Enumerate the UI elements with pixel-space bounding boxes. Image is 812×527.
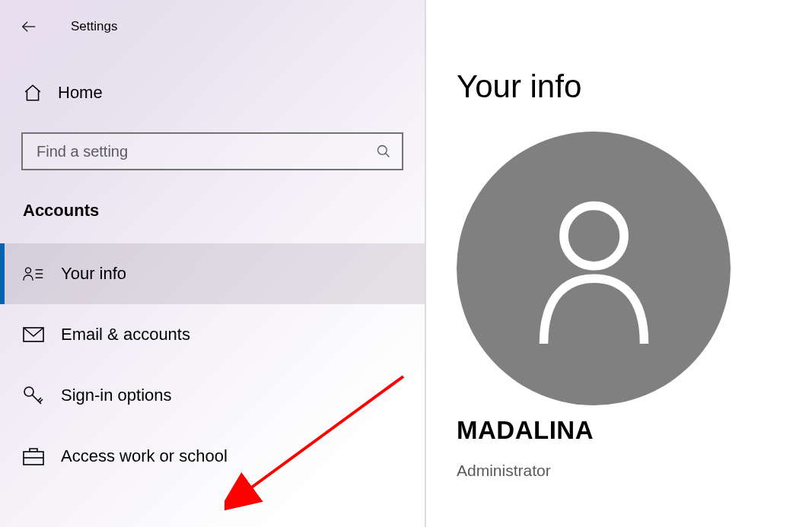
section-title: Accounts [23,201,425,221]
content-area: Your info MADALINA Administrator [426,0,812,527]
nav-list: Your info Email & accounts [0,243,425,487]
page-title: Your info [457,68,789,105]
briefcase-icon [23,447,61,465]
nav-item-label: Sign-in options [61,386,172,405]
home-icon [23,83,58,103]
sidebar: Settings Home Accounts [0,0,426,527]
settings-window: Settings Home Accounts [0,0,812,527]
nav-item-label: Access work or school [61,446,228,466]
svg-point-1 [378,146,387,155]
search-icon [365,144,402,159]
nav-item-label: Email & accounts [61,325,190,344]
mail-icon [23,327,61,342]
key-icon [23,385,61,406]
person-list-icon [23,263,61,284]
back-button[interactable] [14,18,44,35]
user-name: MADALINA [457,416,789,445]
nav-item-your-info[interactable]: Your info [0,243,425,304]
home-button[interactable]: Home [0,76,425,110]
home-label: Home [58,83,103,103]
header-row: Settings [0,0,425,53]
nav-item-label: Your info [61,264,126,284]
nav-item-email-accounts[interactable]: Email & accounts [0,304,425,365]
svg-point-13 [563,206,623,266]
svg-point-3 [26,268,31,273]
avatar-container [457,132,789,405]
window-title: Settings [71,19,117,34]
nav-item-sign-in-options[interactable]: Sign-in options [0,365,425,426]
arrow-left-icon [21,18,37,35]
svg-line-2 [386,154,390,157]
search-box[interactable] [21,132,403,170]
person-icon [531,192,657,344]
avatar [457,132,731,405]
search-input[interactable] [23,134,365,169]
nav-item-access-work-school[interactable]: Access work or school [0,426,425,487]
user-role: Administrator [457,462,789,480]
